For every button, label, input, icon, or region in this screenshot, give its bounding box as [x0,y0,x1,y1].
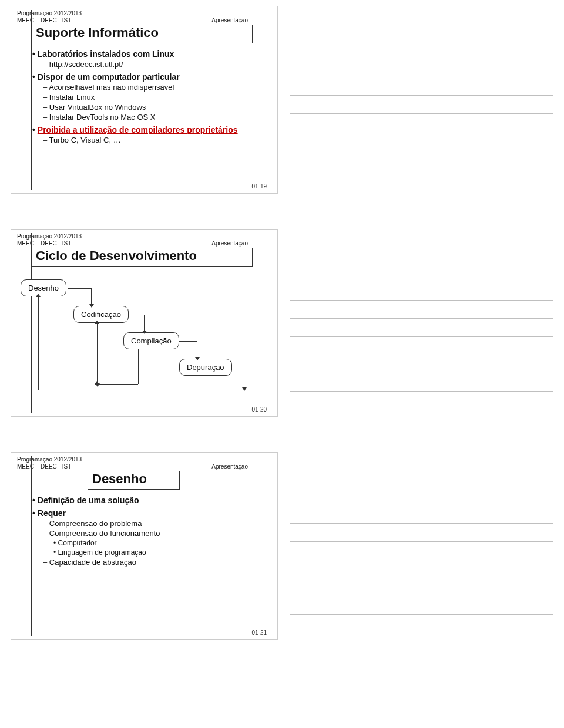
sub-bullet: Compreensão do problema [43,519,271,528]
page-number: 01-19 [251,183,267,190]
dept-line: MEEC – DEEC - IST [17,463,71,470]
connector [126,315,144,315]
section-label: Apresentação [212,463,248,470]
slide-title: Suporte Informático [31,25,253,43]
slide-3: Programação 2012/2013 MEEC – DEEC - IST … [11,452,278,640]
title-box: Desenho [88,471,240,490]
sub-bullet: Compreensão do funcionamento [43,529,271,538]
vertical-rule [31,10,32,190]
slide-content: Definição de uma solução Requer Compreen… [32,496,271,567]
bullet: Dispor de um computador particular [32,72,271,82]
sub-bullet: Instalar DevTools no Mac OS X [43,113,271,122]
notes-lines [290,229,553,392]
arrow-up-icon [36,294,41,297]
page-number: 01-21 [251,629,267,636]
connector [179,341,197,342]
notes-lines [290,452,553,615]
bullet: Requer [32,508,271,518]
arrow-down-icon [244,368,244,388]
section-label: Apresentação [212,17,248,24]
slide-1: Programação 2012/2013 MEEC – DEEC - IST … [11,6,278,194]
connector [38,390,197,390]
flow-box-depuracao: Depuração [179,359,232,376]
connector [229,368,244,368]
slide-title: Desenho [88,471,180,490]
slide-2: Programação 2012/2013 MEEC – DEEC - IST … [11,229,278,417]
connector [68,288,91,289]
bullet: Laboratórios instalados com Linux [32,49,271,59]
connector [97,323,98,384]
page-number: 01-20 [251,406,267,413]
bullet: Definição de uma solução [32,496,271,505]
flow-box-compilacao: Compilação [123,332,179,349]
arrow-down-icon [197,341,197,358]
dept-line: MEEC – DEEC - IST [17,17,71,24]
sub-sub-bullet: Linguagem de programação [53,548,271,557]
connector [138,349,139,384]
notes-lines [290,6,553,168]
arrow-down-icon [91,288,92,305]
connector [97,384,138,385]
sub-bullet: Capacidade de abstração [43,558,271,567]
flow-box-codificacao: Codificação [73,306,129,323]
sub-bullet: Aconselhável mas não indispensável [43,83,271,92]
title-box: Suporte Informático [31,25,254,43]
slide-content: Laboratórios instalados com Linux http:/… [32,49,271,144]
sub-bullet: http://scdeec.ist.utl.pt/ [43,60,271,69]
slide-title: Ciclo de Desenvolvimento [31,248,253,267]
course-line: Programação 2012/2013 [17,233,271,240]
flow-box-desenho: Desenho [21,279,66,296]
sub-bullet: Turbo C, Visual C, … [43,136,271,144]
course-line: Programação 2012/2013 [17,10,271,17]
arrow-down-icon [144,315,145,331]
vertical-rule [31,456,32,636]
flowchart: Desenho Codificação Compilação Depuração [21,274,271,397]
sub-bullet: Usar VirtualBox no Windows [43,103,271,112]
arrow-up-icon [95,321,99,324]
connector [38,296,39,390]
course-line: Programação 2012/2013 [17,456,271,463]
sub-sub-bullet: Computador [53,539,271,547]
bullet-emphasis: • Proibida a utilização de compiladores … [32,125,271,134]
section-label: Apresentação [212,240,248,247]
sub-bullet: Instalar Linux [43,93,271,102]
title-box: Ciclo de Desenvolvimento [31,248,254,267]
connector [197,375,197,390]
dept-line: MEEC – DEEC - IST [17,240,71,247]
